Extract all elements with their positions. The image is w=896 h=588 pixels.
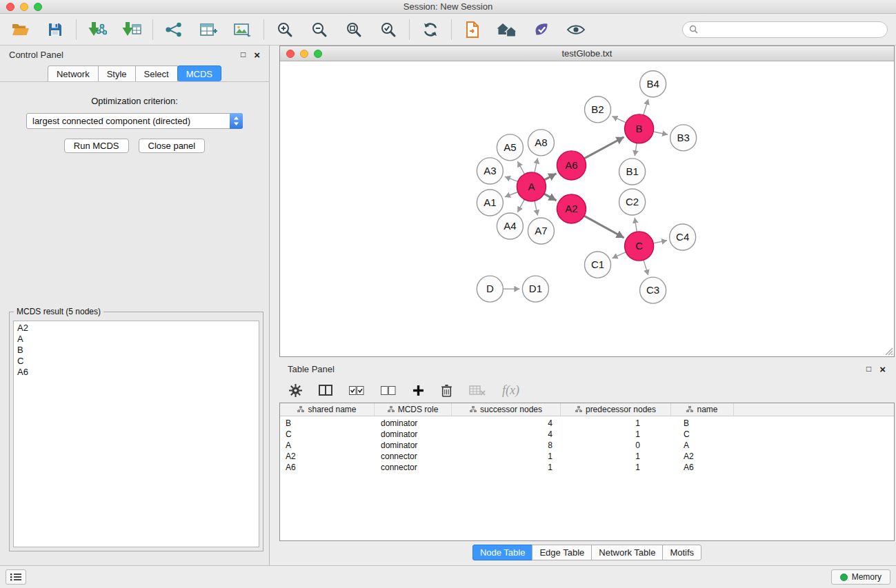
graph-node-A1[interactable]: A1 (477, 190, 503, 216)
graph-edge-A-A3[interactable] (505, 176, 518, 181)
mcds-result-item[interactable]: A2 (14, 323, 259, 334)
graph-edge-C-C1[interactable] (613, 252, 626, 258)
delete-table-button[interactable] (469, 380, 486, 401)
graph-node-A2[interactable]: A2 (557, 194, 586, 223)
table-row[interactable]: Bdominator41B (280, 418, 894, 429)
graph-edge-A6-B[interactable] (584, 137, 624, 159)
graph-node-B1[interactable]: B1 (619, 159, 646, 185)
close-panel-button[interactable]: × (254, 50, 260, 60)
table-row[interactable]: A6connector11A6 (280, 462, 894, 473)
graph-node-B2[interactable]: B2 (584, 97, 610, 123)
save-session-button[interactable] (44, 18, 66, 41)
export-image-button[interactable] (232, 18, 254, 41)
mcds-result-item[interactable]: A (14, 334, 259, 345)
graph-edge-C-C4[interactable] (653, 241, 667, 243)
mcds-result-item[interactable]: A6 (14, 367, 259, 378)
delete-column-button[interactable] (441, 380, 452, 401)
graph-node-C2[interactable]: C2 (619, 189, 646, 215)
zoom-selected-button[interactable] (377, 18, 399, 41)
column-header-mcds-role[interactable]: MCDS role (375, 403, 452, 416)
add-column-button[interactable] (412, 380, 424, 401)
refresh-button[interactable] (419, 18, 441, 41)
graph-edge-A-A4[interactable] (517, 199, 524, 212)
search-field[interactable] (682, 21, 888, 38)
graph-node-B[interactable]: B (625, 114, 654, 143)
mcds-result-list[interactable]: A2ABCA6 (13, 321, 259, 547)
maximize-window-button[interactable] (34, 3, 42, 11)
graph-node-A4[interactable]: A4 (497, 213, 523, 239)
graph-node-C1[interactable]: C1 (584, 252, 610, 278)
close-panel-button-2[interactable]: Close panel (139, 139, 206, 153)
column-header-shared-name[interactable]: shared name (280, 403, 375, 416)
import-network-button[interactable] (86, 18, 108, 41)
graph-node-C3[interactable]: C3 (640, 277, 666, 303)
table-row[interactable]: Cdominator41C (280, 429, 894, 440)
graph-node-D[interactable]: D (477, 276, 503, 302)
graph-node-A6[interactable]: A6 (557, 151, 586, 180)
graph-edge-B-B2[interactable] (612, 116, 626, 123)
column-header-predecessor-nodes[interactable]: predecessor nodes (561, 403, 671, 416)
show-columns-button[interactable] (319, 380, 332, 401)
graph-node-C[interactable]: C (625, 232, 654, 261)
new-table-button[interactable] (197, 18, 219, 41)
import-table-button[interactable] (121, 18, 143, 41)
tab-mcds[interactable]: MCDS (177, 65, 221, 81)
home-button[interactable] (496, 18, 518, 41)
graph-edge-A-A5[interactable] (517, 161, 524, 174)
network-window-titlebar[interactable]: testGlobe.txt (280, 46, 894, 61)
close-table-panel-button[interactable]: × (879, 364, 886, 374)
table-row[interactable]: Adominator80A (280, 440, 894, 451)
column-header-successor-nodes[interactable]: successor nodes (452, 403, 561, 416)
tab-motifs[interactable]: Motifs (662, 545, 701, 560)
select-all-button[interactable] (349, 380, 364, 401)
graph-node-B3[interactable]: B3 (670, 125, 697, 151)
graph-edge-C-C2[interactable] (635, 218, 637, 232)
zoom-fit-button[interactable] (343, 18, 365, 41)
optimization-criterion-select[interactable]: largest connected component (directed) (26, 113, 243, 129)
validate-button[interactable] (530, 18, 552, 41)
graph-edge-B-B4[interactable] (644, 99, 648, 115)
graph-node-A[interactable]: A (517, 172, 546, 201)
show-panels-button[interactable] (6, 569, 26, 585)
report-button[interactable] (461, 18, 484, 41)
mcds-result-item[interactable]: C (14, 356, 259, 367)
table-settings-button[interactable] (289, 380, 302, 401)
run-mcds-button[interactable]: Run MCDS (64, 139, 129, 153)
tab-style[interactable]: Style (98, 65, 136, 81)
graph-edge-C-C3[interactable] (644, 260, 648, 275)
graph-edge-A-A2[interactable] (544, 194, 557, 201)
graph-node-B4[interactable]: B4 (640, 71, 666, 97)
graph-node-A3[interactable]: A3 (477, 158, 503, 184)
graph-edge-A-A6[interactable] (544, 174, 556, 180)
eye-button[interactable] (565, 18, 587, 41)
network-canvas[interactable]: AA2A6BCA1A3A4A5A7A8B1B2B3B4C1C2C3C4DD1 (280, 61, 894, 356)
graph-edge-B-B1[interactable] (635, 143, 637, 156)
tab-node-table[interactable]: Node Table (472, 545, 533, 560)
resize-grip-icon[interactable] (884, 347, 893, 356)
deselect-all-button[interactable] (381, 380, 396, 401)
mcds-result-item[interactable]: B (14, 345, 259, 356)
graph-edge-A-A1[interactable] (505, 192, 518, 196)
graph-node-A8[interactable]: A8 (528, 130, 554, 156)
zoom-out-button[interactable] (308, 18, 330, 41)
graph-edge-A-A8[interactable] (535, 158, 538, 172)
zoom-in-button[interactable] (274, 18, 296, 41)
minimize-window-button[interactable] (20, 3, 28, 11)
open-session-button[interactable] (10, 18, 32, 41)
new-network-button[interactable] (163, 18, 185, 41)
network-close-button[interactable] (286, 50, 295, 58)
tab-edge-table[interactable]: Edge Table (532, 545, 592, 560)
search-input[interactable] (701, 24, 881, 35)
graph-node-A7[interactable]: A7 (528, 218, 554, 244)
graph-edge-A-A7[interactable] (535, 201, 538, 216)
table-row[interactable]: A2connector11A2 (280, 451, 894, 462)
network-maximize-button[interactable] (314, 50, 322, 58)
column-header-name[interactable]: name (671, 403, 734, 416)
function-builder-button[interactable]: f(x) (502, 380, 519, 401)
float-table-panel-button[interactable]: □ (866, 365, 871, 373)
tab-network-table[interactable]: Network Table (591, 545, 663, 560)
tab-select[interactable]: Select (135, 65, 178, 81)
close-window-button[interactable] (6, 3, 14, 11)
network-minimize-button[interactable] (300, 50, 308, 58)
float-panel-button[interactable]: □ (241, 50, 246, 59)
